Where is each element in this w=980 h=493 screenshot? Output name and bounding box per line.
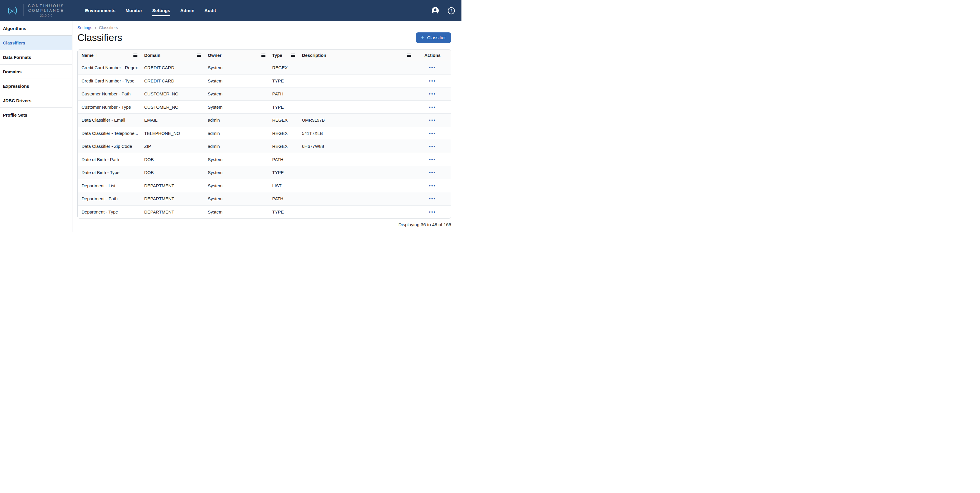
row-actions-button[interactable]: ••• xyxy=(429,144,436,149)
table-header-row: Name ↑ Domain Owner Type xyxy=(78,50,451,61)
cell-name: Credit Card Number - Regex xyxy=(78,65,140,70)
cell-owner: System xyxy=(204,183,268,188)
breadcrumb-current: Classifiers xyxy=(99,26,118,30)
cell-type: TYPE xyxy=(268,170,298,175)
column-menu-icon[interactable] xyxy=(197,54,201,57)
svg-text:?: ? xyxy=(450,8,452,13)
sidebar-item-algorithms[interactable]: Algorithms xyxy=(0,21,72,36)
row-actions-button[interactable]: ••• xyxy=(429,196,436,201)
row-actions-button[interactable]: ••• xyxy=(429,170,436,175)
row-actions-button[interactable]: ••• xyxy=(429,91,436,96)
cell-domain: CUSTOMER_NO xyxy=(140,91,204,96)
nav-item-settings[interactable]: Settings xyxy=(152,0,170,21)
nav-item-admin[interactable]: Admin xyxy=(180,0,194,21)
cell-type: LIST xyxy=(268,183,298,188)
table-row: Date of Birth - Type DOB System TYPE ••• xyxy=(78,166,451,179)
column-menu-icon[interactable] xyxy=(133,54,137,57)
logo-divider xyxy=(24,4,24,16)
sidebar-item-domains[interactable]: Domains xyxy=(0,64,72,79)
table-row: Department - List DEPARTMENT System LIST… xyxy=(78,179,451,192)
column-menu-icon[interactable] xyxy=(407,54,411,57)
column-menu-icon[interactable] xyxy=(291,54,295,57)
cell-domain: CREDIT CARD xyxy=(140,78,204,83)
user-account-icon[interactable] xyxy=(431,7,439,14)
column-header-actions: Actions xyxy=(414,50,451,61)
column-header-domain[interactable]: Domain xyxy=(140,50,204,61)
row-actions-button[interactable]: ••• xyxy=(429,131,436,136)
nav-item-audit[interactable]: Audit xyxy=(205,0,216,21)
cell-name: Customer Number - Path xyxy=(78,91,140,96)
sidebar-item-expressions[interactable]: Expressions xyxy=(0,79,72,93)
cell-owner: System xyxy=(204,78,268,83)
row-actions-button[interactable]: ••• xyxy=(429,157,436,162)
sidebar-item-jdbc-drivers[interactable]: JDBC Drivers xyxy=(0,93,72,108)
cell-name: Department - Type xyxy=(78,209,140,214)
cell-owner: System xyxy=(204,209,268,214)
sidebar-item-label: Profile Sets xyxy=(3,113,27,118)
cell-domain: ZIP xyxy=(140,144,204,149)
pagination-status: Displaying 36 to 48 of 165 xyxy=(77,222,451,227)
add-classifier-button[interactable]: + Classifier xyxy=(416,32,451,43)
breadcrumb: Settings › Classifiers xyxy=(77,25,451,30)
sidebar-item-classifiers[interactable]: Classifiers xyxy=(0,36,72,50)
cell-name: Data Classifier - Telephone... xyxy=(78,131,140,136)
cell-owner: System xyxy=(204,170,268,175)
table-row: Data Classifier - Email EMAIL admin REGE… xyxy=(78,113,451,127)
cell-type: REGEX xyxy=(268,65,298,70)
column-label: Owner xyxy=(208,53,222,58)
column-header-type[interactable]: Type xyxy=(268,50,298,61)
sidebar-item-data-formats[interactable]: Data Formats xyxy=(0,50,72,64)
breadcrumb-settings-link[interactable]: Settings xyxy=(77,26,92,30)
sidebar-item-profile-sets[interactable]: Profile Sets xyxy=(0,108,72,122)
cell-owner: admin xyxy=(204,144,268,149)
cell-name: Department - Path xyxy=(78,196,140,201)
table-row: Date of Birth - Path DOB System PATH ••• xyxy=(78,153,451,166)
sidebar-item-label: Algorithms xyxy=(3,26,26,31)
cell-owner: System xyxy=(204,157,268,162)
cell-type: TYPE xyxy=(268,78,298,83)
cell-type: REGEX xyxy=(268,131,298,136)
column-label: Domain xyxy=(144,53,161,58)
cell-domain: EMAIL xyxy=(140,118,204,123)
column-label: Description xyxy=(302,53,326,58)
brand-text: CONTINUOUS COMPLIANCE 22.0.0.0 xyxy=(28,4,64,18)
column-label: Type xyxy=(272,53,282,58)
cell-domain: DOB xyxy=(140,170,204,175)
column-header-owner[interactable]: Owner xyxy=(204,50,268,61)
table-body: Credit Card Number - Regex CREDIT CARD S… xyxy=(78,61,451,218)
nav-item-environments[interactable]: Environments xyxy=(85,0,115,21)
cell-description: 6H677W88 xyxy=(298,144,414,149)
cell-description: UMR9L97B xyxy=(298,118,414,123)
column-header-description[interactable]: Description xyxy=(298,50,414,61)
cell-domain: DEPARTMENT xyxy=(140,183,204,188)
cell-owner: System xyxy=(204,65,268,70)
topbar-icons: ? xyxy=(431,7,455,14)
cell-type: PATH xyxy=(268,157,298,162)
cell-owner: admin xyxy=(204,118,268,123)
cell-type: TYPE xyxy=(268,209,298,214)
top-navbar: CONTINUOUS COMPLIANCE 22.0.0.0 Environme… xyxy=(0,0,461,21)
cell-name: Credit Card Number - Type xyxy=(78,78,140,83)
brand-line1: CONTINUOUS xyxy=(28,4,64,8)
plus-icon: + xyxy=(421,35,425,40)
table-row: Customer Number - Type CUSTOMER_NO Syste… xyxy=(78,101,451,114)
cell-name: Customer Number - Type xyxy=(78,105,140,110)
sort-asc-icon[interactable]: ↑ xyxy=(96,53,98,58)
row-actions-button[interactable]: ••• xyxy=(429,105,436,110)
row-actions-button[interactable]: ••• xyxy=(429,65,436,70)
row-actions-button[interactable]: ••• xyxy=(429,118,436,123)
row-actions-button[interactable]: ••• xyxy=(429,183,436,188)
classifiers-table: Name ↑ Domain Owner Type xyxy=(77,49,451,219)
help-icon[interactable]: ? xyxy=(447,7,455,14)
table-row: Department - Path DEPARTMENT System PATH… xyxy=(78,192,451,205)
cell-domain: CREDIT CARD xyxy=(140,65,204,70)
row-actions-button[interactable]: ••• xyxy=(429,209,436,214)
column-header-name[interactable]: Name ↑ xyxy=(78,50,140,61)
nav-item-monitor[interactable]: Monitor xyxy=(126,0,142,21)
row-actions-button[interactable]: ••• xyxy=(429,78,436,83)
column-menu-icon[interactable] xyxy=(261,54,266,57)
cell-type: REGEX xyxy=(268,118,298,123)
title-row: Classifiers + Classifier xyxy=(77,32,451,43)
settings-sidebar: Algorithms Classifiers Data Formats Doma… xyxy=(0,21,72,232)
column-label: Actions xyxy=(424,53,441,58)
